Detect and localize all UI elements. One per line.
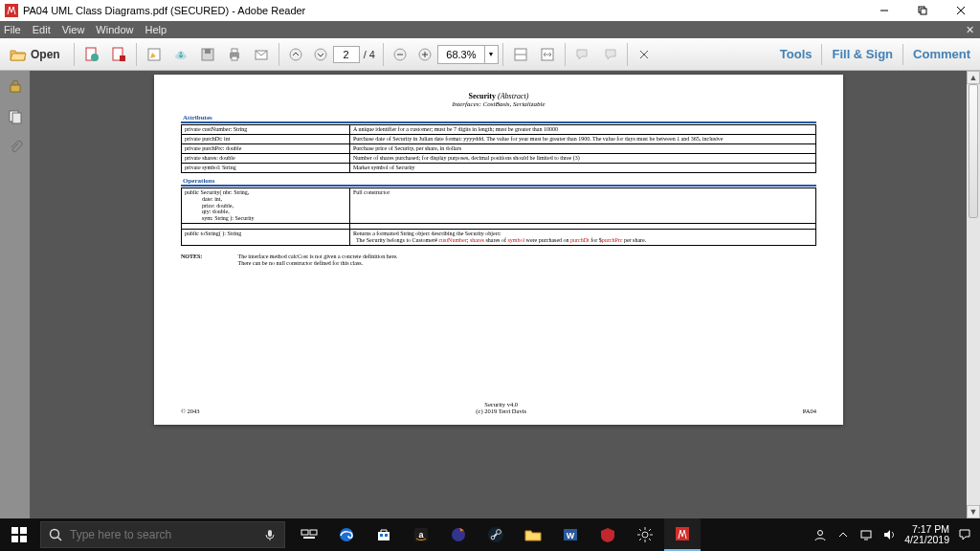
zoom-in-button[interactable] — [413, 43, 436, 66]
svg-rect-32 — [11, 527, 18, 534]
lock-icon — [6, 77, 25, 96]
cloud-button[interactable] — [168, 43, 193, 66]
task-view-icon[interactable] — [291, 518, 327, 551]
toolbar-separator — [565, 43, 566, 66]
svg-point-55 — [642, 532, 648, 538]
explorer-icon[interactable] — [515, 518, 551, 551]
svg-rect-66 — [861, 531, 871, 538]
attachments-icon[interactable] — [6, 138, 25, 157]
svg-rect-16 — [232, 49, 237, 53]
svg-line-60 — [639, 529, 641, 531]
svg-line-37 — [57, 537, 61, 540]
action-center-icon[interactable] — [957, 527, 972, 542]
scroll-track[interactable] — [967, 84, 980, 505]
create-pdf-button[interactable] — [106, 43, 131, 66]
svg-rect-41 — [303, 537, 315, 539]
steam-icon[interactable] — [478, 518, 514, 551]
page-down-button[interactable] — [309, 43, 332, 66]
zoom-out-button[interactable] — [389, 43, 412, 66]
svg-point-20 — [315, 49, 326, 60]
firefox-icon[interactable] — [440, 518, 477, 551]
people-icon[interactable] — [813, 527, 828, 542]
read-mode-button[interactable] — [633, 43, 656, 66]
thumbnails-icon[interactable] — [6, 107, 25, 126]
toolbar-separator — [278, 43, 279, 66]
fit-width-button[interactable] — [535, 43, 560, 66]
svg-rect-43 — [378, 532, 390, 540]
menu-help[interactable]: Help — [145, 24, 167, 35]
window-minimize-button[interactable] — [865, 0, 903, 21]
svg-rect-64 — [676, 527, 689, 540]
edit-button[interactable] — [142, 43, 167, 66]
email-button[interactable] — [249, 43, 274, 66]
svg-rect-39 — [301, 530, 308, 535]
window-maximize-button[interactable] — [903, 0, 942, 21]
svg-rect-45 — [385, 534, 388, 537]
open-label: Open — [31, 48, 60, 61]
toolbar-separator — [136, 43, 137, 66]
page-footer: © 2043 Security v4.0 (c) 2019 Terri Davi… — [181, 401, 816, 415]
windows-taskbar: a W 7:17 PM 4/21/2019 — [0, 518, 980, 551]
zoom-level-select[interactable]: 68.3% ▾ — [437, 45, 499, 64]
edge-icon[interactable] — [328, 518, 365, 551]
print-button[interactable] — [222, 43, 247, 66]
comment-panel-button[interactable]: Comment — [903, 47, 980, 61]
vertical-scrollbar[interactable]: ▲ ▼ — [967, 71, 980, 518]
word-icon[interactable]: W — [552, 518, 589, 551]
table-row: private custNumber: StringA unique ident… — [182, 125, 816, 135]
system-tray: 7:17 PM 4/21/2019 — [805, 524, 980, 545]
network-icon[interactable] — [858, 527, 874, 542]
export-pdf-button[interactable] — [79, 43, 104, 66]
footer-center: Security v4.0 (c) 2019 Terri Davis — [200, 401, 803, 415]
tools-panel-button[interactable]: Tools — [770, 47, 822, 61]
svg-rect-3 — [921, 9, 926, 14]
fill-sign-panel-button[interactable]: Fill & Sign — [822, 47, 902, 61]
operations-heading: Operations — [181, 177, 816, 187]
window-close-button[interactable] — [942, 0, 980, 21]
mic-icon[interactable] — [256, 528, 284, 541]
class-subtitle: Interfaces: CostBasis, Serializable — [181, 100, 816, 108]
volume-icon[interactable] — [881, 527, 897, 542]
tray-chevron-icon[interactable] — [835, 527, 851, 542]
footer-left: © 2043 — [181, 408, 200, 414]
open-file-button[interactable]: Open — [1, 43, 69, 66]
fit-page-button[interactable] — [508, 43, 533, 66]
start-button[interactable] — [0, 518, 38, 551]
search-input[interactable] — [70, 528, 256, 541]
adobe-reader-task-icon[interactable] — [664, 518, 701, 551]
page-number-input[interactable] — [333, 46, 360, 63]
document-viewport[interactable]: Security (Abstract) Interfaces: CostBasi… — [31, 71, 967, 518]
svg-text:W: W — [567, 531, 575, 540]
document-close-icon[interactable]: ✕ — [966, 24, 974, 36]
search-icon — [41, 528, 70, 542]
page-total-label: / 4 — [360, 49, 379, 60]
svg-rect-35 — [20, 536, 27, 542]
mcafee-icon[interactable] — [590, 518, 626, 551]
clock-date: 4/21/2019 — [904, 535, 949, 545]
menu-edit[interactable]: Edit — [33, 24, 51, 35]
taskbar-apps: a W — [291, 518, 701, 551]
menu-window[interactable]: Window — [96, 24, 133, 35]
scroll-up-button[interactable]: ▲ — [967, 71, 980, 84]
taskbar-clock[interactable]: 7:17 PM 4/21/2019 — [904, 524, 949, 545]
scroll-thumb[interactable] — [969, 84, 978, 218]
adobe-reader-icon — [4, 3, 19, 18]
comment-history-2-button[interactable] — [597, 43, 622, 66]
chevron-down-icon: ▾ — [484, 46, 498, 63]
scroll-down-button[interactable]: ▼ — [967, 505, 980, 518]
store-icon[interactable] — [366, 518, 402, 551]
save-button[interactable] — [195, 43, 220, 66]
table-row: private shares: doubleNumber of shares p… — [182, 153, 816, 163]
notes-label: NOTES: — [181, 253, 236, 260]
menu-view[interactable]: View — [62, 24, 85, 35]
page-up-button[interactable] — [284, 43, 307, 66]
taskbar-search[interactable] — [40, 521, 285, 548]
comment-history-button[interactable] — [570, 43, 595, 66]
navigation-rail — [0, 71, 31, 518]
tostring-desc: Returns a formatted String object descri… — [350, 230, 816, 246]
menu-file[interactable]: File — [4, 24, 21, 35]
svg-line-62 — [639, 539, 641, 540]
settings-icon[interactable] — [627, 518, 663, 551]
amazon-icon[interactable]: a — [403, 518, 439, 551]
app-toolbar: Open / 4 68.3% ▾ Tools Fill & Sign Comme… — [0, 38, 980, 71]
